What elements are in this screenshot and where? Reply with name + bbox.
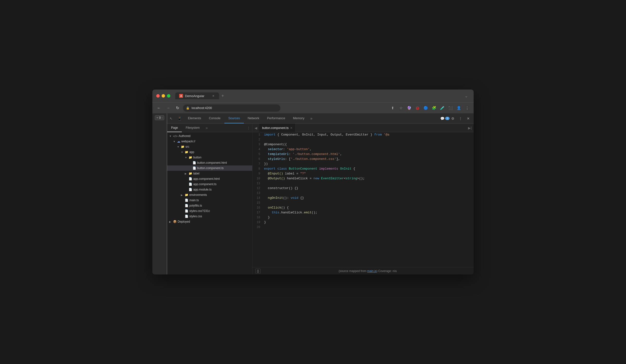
extensions-button[interactable]: 🔮 <box>405 104 413 112</box>
tab-more-button[interactable]: ⌄ <box>463 93 470 99</box>
code-line-13: 13 <box>252 191 474 196</box>
tab-console[interactable]: Console <box>205 113 224 123</box>
devtools-cursor-icon[interactable]: ↖ <box>167 113 175 123</box>
devtools-more-tabs[interactable]: » <box>308 113 314 123</box>
tree-button-html[interactable]: 📄 button.component.html <box>167 160 252 165</box>
tree-styles-css231c[interactable]: 📄 styles.css?231c <box>167 208 252 214</box>
maximize-button[interactable] <box>167 94 170 98</box>
code-line-11: 11 <box>252 181 474 186</box>
tree-app-html[interactable]: 📄 app.component.html <box>167 176 252 182</box>
format-button[interactable]: {} <box>255 269 261 273</box>
code-line-4: 4 selector: 'app-button', <box>252 147 474 152</box>
browser-window: A DemoAngular ✕ + ⌄ ← → ↻ 🔒 localhost:42… <box>152 90 474 274</box>
nav-actions: ⬆ ☆ 🔮 🐞 🔵 🧩 🧪 ⬛ 👤 ⋮ <box>389 104 471 112</box>
tab-performance[interactable]: Performance <box>263 113 289 123</box>
nav-bar: ← → ↻ 🔒 localhost:4200 ⬆ ☆ 🔮 🐞 🔵 🧩 🧪 ⬛ 👤… <box>152 102 474 113</box>
footer-source-map: (source mapped from main.js) Coverage: n… <box>265 269 471 273</box>
devtools-close-button[interactable]: ✕ <box>465 115 472 122</box>
sources-right-panel: ◀ button.component.ts ✕ ▶| 1 import { Co… <box>252 124 474 274</box>
sources-tab-filesystem[interactable]: Filesystem <box>182 124 203 132</box>
code-line-14: 14 ngOnInit(): void {} <box>252 196 474 200</box>
code-line-9: 9 @Input() label = "?" <box>252 171 474 176</box>
tree-polyfills-ts[interactable]: 📄 polyfills.ts <box>167 203 252 208</box>
editor-footer: {} (source mapped from main.js) Coverage… <box>252 267 474 274</box>
tree-app-ts[interactable]: 📄 app.component.ts <box>167 182 252 187</box>
code-line-6: 6 styleUrls: ['./button.component.css'], <box>252 157 474 162</box>
sources-tab-page[interactable]: Page <box>167 124 182 132</box>
devtools-body: Page Filesystem » ⋮ ▼ <box>167 124 474 274</box>
tree-button-folder[interactable]: ▼ 📁 button <box>167 155 252 160</box>
tab-close-button[interactable]: ✕ <box>211 94 215 98</box>
devtools-tabs: ↖ 📱 Elements Console Sources Network <box>167 113 439 123</box>
forward-button[interactable]: → <box>164 104 172 112</box>
tree-environments[interactable]: ▶ 📁 environments <box>167 192 252 198</box>
sidebar-button[interactable]: ⬛ <box>447 104 454 112</box>
code-line-12: 12 constructor() {} <box>252 186 474 191</box>
source-map-link[interactable]: main.js <box>367 269 377 273</box>
tree-src[interactable]: ▼ 📁 src <box>167 144 252 149</box>
zoom-value: 0 <box>159 116 161 119</box>
url-text: localhost:4200 <box>192 106 212 110</box>
editor-collapse-btn[interactable]: ▶| <box>466 126 474 130</box>
page-area: + 0 - <box>152 113 167 274</box>
sources-tab-menu[interactable]: ⋮ <box>245 126 252 130</box>
sources-tabs-bar: Page Filesystem » ⋮ <box>167 124 252 132</box>
tab-network[interactable]: Network <box>244 113 263 123</box>
puzzle-button[interactable]: 🧩 <box>430 104 438 112</box>
code-editor[interactable]: 1 import { Component, OnInit, Input, Out… <box>252 132 474 267</box>
tree-app[interactable]: ▼ 📁 app <box>167 149 252 155</box>
tab-favicon: A <box>179 94 183 98</box>
bookmark-button[interactable]: ☆ <box>397 104 404 112</box>
tree-main-ts[interactable]: 📄 main.ts <box>167 198 252 203</box>
zoom-in-button[interactable]: + <box>156 116 159 119</box>
back-button[interactable]: ← <box>155 104 162 112</box>
code-line-2: 2 <box>252 137 474 142</box>
sources-tab-more[interactable]: » <box>203 126 210 130</box>
minimize-button[interactable] <box>162 94 165 98</box>
lock-icon: 🔒 <box>186 106 190 110</box>
tab-bar: A DemoAngular ✕ + <box>175 92 460 100</box>
code-line-7: 7 }) <box>252 162 474 166</box>
code-line-3: 3 @Component({ <box>252 142 474 147</box>
tree-button-ts[interactable]: 📄 button.component.ts <box>167 165 252 171</box>
editor-nav-back[interactable]: ◀ <box>252 125 259 131</box>
tab-title: DemoAngular <box>185 94 209 98</box>
code-line-5: 5 templateUrl: './button.component.html'… <box>252 152 474 157</box>
profile-button[interactable]: 🔵 <box>422 104 429 112</box>
devtools-settings-button[interactable]: ⚙ <box>449 115 456 122</box>
new-tab-button[interactable]: + <box>219 92 226 100</box>
tree-app-module[interactable]: 📄 app.module.ts <box>167 187 252 192</box>
share-button[interactable]: ⬆ <box>389 104 396 112</box>
badge-count: 1 <box>445 117 450 120</box>
code-line-17: 17 this.handleClick.emit(); <box>252 210 474 215</box>
tree-label-folder[interactable]: ▶ 📁 label <box>167 171 252 176</box>
zoom-out-button[interactable]: - <box>161 116 163 119</box>
menu-button[interactable]: ⋮ <box>464 104 471 112</box>
browser-tab[interactable]: A DemoAngular ✕ <box>175 92 219 99</box>
tree-webpack[interactable]: ▼ ☁ webpack:// <box>167 139 252 144</box>
devtools-header: ↖ 📱 Elements Console Sources Network <box>167 113 474 124</box>
zoom-control: + 0 - <box>155 115 164 120</box>
code-line-18: 18 } <box>252 215 474 220</box>
editor-tab-filename: button.component.ts <box>262 126 289 130</box>
title-bar: A DemoAngular ✕ + ⌄ <box>152 90 474 102</box>
tab-elements[interactable]: Elements <box>184 113 205 123</box>
devtools-button[interactable]: 🐞 <box>414 104 421 112</box>
address-bar[interactable]: 🔒 localhost:4200 <box>183 104 280 112</box>
code-line-10: 10 @Output() handleClick = new EventEmit… <box>252 176 474 181</box>
editor-tabs-bar: ◀ button.component.ts ✕ ▶| <box>252 124 474 132</box>
flask-button[interactable]: 🧪 <box>439 104 446 112</box>
devtools-badge[interactable]: 💬 1 <box>441 115 448 122</box>
tree-authored[interactable]: ▼ </> Authored <box>167 133 252 139</box>
refresh-button[interactable]: ↻ <box>174 104 181 112</box>
avatar-button[interactable]: 👤 <box>455 104 463 112</box>
tab-sources[interactable]: Sources <box>224 113 244 123</box>
tab-memory[interactable]: Memory <box>289 113 308 123</box>
devtools-device-icon[interactable]: 📱 <box>175 113 184 123</box>
devtools-more-button[interactable]: ⋮ <box>457 115 464 122</box>
tree-deployed[interactable]: ▶ 📦 Deployed <box>167 219 252 224</box>
editor-tab-button-ts[interactable]: button.component.ts ✕ <box>259 124 296 132</box>
editor-tab-close[interactable]: ✕ <box>290 126 293 130</box>
tree-styles-css[interactable]: 📄 styles.css <box>167 214 252 219</box>
close-button[interactable] <box>156 94 160 98</box>
